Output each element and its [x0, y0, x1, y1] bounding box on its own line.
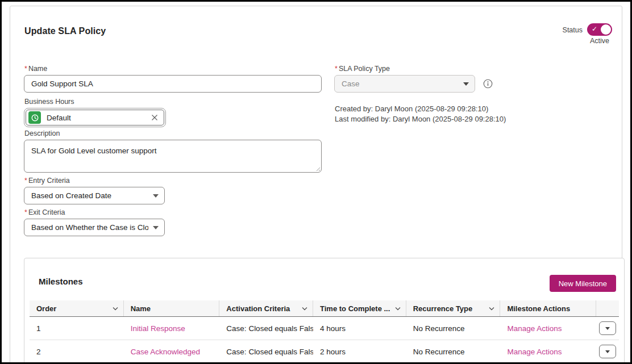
milestones-card: Milestones New Milestone Order Name Acti… — [24, 258, 625, 364]
toggle-knob — [601, 24, 611, 35]
description-label: Description — [24, 129, 60, 137]
business-hours-value: Default — [47, 114, 144, 122]
cell-activation-criteria: Case: Closed equals False — [219, 348, 313, 356]
cell-recurrence-type: No Recurrence — [406, 348, 501, 356]
chevron-down-icon — [394, 304, 401, 313]
entry-criteria-label: *Entry Criteria — [24, 177, 70, 185]
name-label: *Name — [24, 65, 47, 73]
business-hours-clock-icon — [28, 111, 41, 124]
page-title: Update SLA Policy — [24, 26, 106, 36]
exit-criteria-value: Based on Whether the Case is Clo... — [31, 223, 148, 232]
cell-activation-criteria: Case: Closed equals False — [219, 324, 313, 333]
created-by-text: Created by: Daryl Moon (2025-08-29 09:28… — [335, 104, 488, 114]
info-icon[interactable] — [483, 79, 493, 91]
status-label: Status — [563, 23, 583, 45]
chevron-down-icon — [488, 304, 495, 313]
entry-criteria-value: Based on Created Date — [31, 191, 148, 200]
row-menu-button[interactable] — [599, 321, 616, 335]
new-milestone-button[interactable]: New Milestone — [550, 275, 616, 292]
chevron-down-icon — [605, 350, 610, 353]
description-textarea[interactable]: SLA for Gold Level customer support — [24, 140, 322, 173]
entry-criteria-select[interactable]: Based on Created Date — [24, 187, 165, 204]
cell-recurrence-type: No Recurrence — [406, 324, 501, 333]
exit-criteria-label: *Exit Criteria — [24, 208, 65, 216]
required-marker: * — [24, 208, 27, 216]
cell-order: 2 — [30, 348, 124, 356]
column-header-milestone-actions[interactable]: Milestone Actions — [500, 300, 596, 316]
business-hours-label: Business Hours — [24, 98, 74, 106]
milestone-name-link[interactable]: Initial Response — [131, 324, 185, 333]
row-menu-button[interactable] — [599, 345, 616, 358]
chevron-down-icon — [301, 304, 308, 313]
exit-criteria-select[interactable]: Based on Whether the Case is Clo... — [24, 219, 165, 236]
table-header-row: Order Name Activation Criteria Time to C… — [30, 300, 619, 317]
cell-time-to-complete: 2 hours — [313, 348, 406, 356]
status-value: Active — [590, 37, 609, 45]
cell-time-to-complete: 4 hours — [313, 324, 406, 333]
sla-policy-type-value: Case — [342, 80, 459, 88]
column-header-time-to-complete[interactable]: Time to Complete ... — [313, 300, 406, 316]
sla-policy-type-label: *SLA Policy Type — [335, 65, 390, 73]
manage-actions-link[interactable]: Manage Actions — [507, 324, 562, 333]
table-row: 1 Initial Response Case: Closed equals F… — [30, 317, 619, 340]
clear-business-hours-icon[interactable] — [150, 113, 159, 122]
check-icon: ✓ — [592, 25, 597, 33]
app-window: Update SLA Policy Status ✓ Active *Name … — [0, 0, 632, 364]
column-header-row-menu — [596, 300, 619, 316]
required-marker: * — [24, 65, 27, 73]
column-header-name[interactable]: Name — [124, 300, 220, 316]
milestones-table: Order Name Activation Criteria Time to C… — [30, 300, 619, 363]
sla-policy-form-card: Update SLA Policy Status ✓ Active *Name … — [10, 6, 622, 364]
chevron-down-icon — [153, 226, 159, 229]
name-input[interactable] — [24, 75, 322, 93]
sla-policy-type-select: Case — [334, 75, 475, 93]
chevron-down-icon — [605, 327, 610, 330]
status-toggle[interactable]: ✓ — [587, 23, 612, 36]
required-marker: * — [335, 65, 338, 73]
last-modified-by-text: Last modified by: Daryl Moon (2025-08-29… — [335, 114, 506, 124]
business-hours-lookup[interactable]: Default — [24, 108, 166, 127]
column-header-order[interactable]: Order — [30, 300, 124, 316]
chevron-down-icon — [463, 82, 469, 86]
resize-handle[interactable] — [315, 166, 320, 171]
status-section: Status ✓ Active — [563, 23, 612, 45]
required-marker: * — [24, 177, 27, 185]
column-header-activation-criteria[interactable]: Activation Criteria — [219, 300, 313, 316]
chevron-down-icon — [153, 194, 159, 198]
milestones-title: Milestones — [39, 277, 83, 286]
chevron-down-icon — [112, 304, 119, 313]
manage-actions-link[interactable]: Manage Actions — [507, 348, 562, 356]
milestone-name-link[interactable]: Case Acknowledged — [131, 348, 200, 356]
table-row: 2 Case Acknowledged Case: Closed equals … — [30, 340, 619, 363]
description-value: SLA for Gold Level customer support — [31, 147, 157, 155]
cell-order: 1 — [30, 324, 124, 333]
column-header-recurrence-type[interactable]: Recurrence Type — [406, 300, 501, 316]
